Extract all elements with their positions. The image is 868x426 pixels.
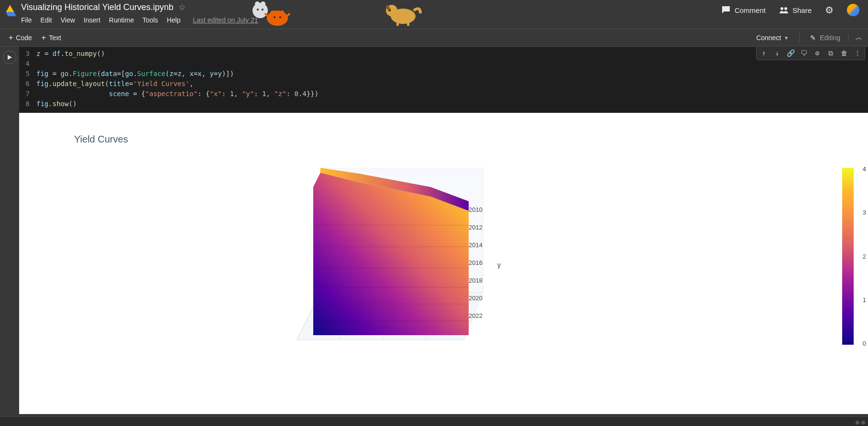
- add-code-button[interactable]: + Code: [4, 32, 37, 44]
- play-icon: [7, 55, 12, 60]
- menu-help[interactable]: Help: [167, 16, 181, 24]
- svg-point-5: [267, 11, 288, 26]
- star-icon[interactable]: ☆: [178, 2, 186, 12]
- cell-output: Yield Curves: [19, 113, 868, 414]
- colorbar-ticks: 4 3 2 1 0: [863, 165, 866, 347]
- surface-plot[interactable]: [287, 168, 488, 345]
- svg-point-16: [784, 7, 787, 10]
- menu-edit[interactable]: Edit: [41, 16, 52, 24]
- people-icon: [779, 5, 789, 15]
- svg-point-4: [262, 9, 264, 11]
- plus-icon: +: [9, 33, 13, 42]
- add-text-button[interactable]: + Text: [37, 32, 66, 44]
- gear-icon[interactable]: ⚙: [811, 47, 824, 59]
- more-icon[interactable]: ⋮: [851, 47, 864, 59]
- y-axis-label: y: [497, 261, 501, 269]
- share-button[interactable]: Share: [779, 5, 812, 15]
- plus-icon: +: [42, 33, 46, 42]
- notebook-title[interactable]: Visualizing Historical Yield Curves.ipyn…: [21, 2, 174, 12]
- status-dots: [856, 421, 865, 425]
- svg-point-3: [257, 9, 259, 11]
- collapse-toolbar-button[interactable]: ︿: [848, 33, 864, 42]
- code-editor[interactable]: z = df.to_numpy() fig = go.Figure(data=[…: [33, 47, 868, 113]
- connect-label: Connect: [756, 34, 781, 42]
- colab-logo-icon[interactable]: [847, 4, 859, 16]
- menu-bar: File Edit View Insert Runtime Tools Help…: [21, 14, 258, 24]
- menu-runtime[interactable]: Runtime: [109, 16, 134, 24]
- menu-view[interactable]: View: [61, 16, 75, 24]
- y-axis-ticks: 2010 2012 2014 2016 2018 2020 2022: [469, 206, 483, 330]
- chart-title: Yield Curves: [74, 134, 128, 145]
- pencil-icon: ✎: [810, 34, 816, 42]
- svg-point-1: [255, 1, 260, 6]
- divider: [799, 33, 800, 43]
- colorbar[interactable]: [842, 168, 854, 345]
- notebook-toolbar: + Code + Text Connect ▼ ✎ Editing ︿: [0, 29, 868, 47]
- svg-point-0: [253, 3, 268, 18]
- move-down-icon[interactable]: ↓: [771, 47, 783, 59]
- code-cell[interactable]: 3 4 5 6 7 8 z = df.to_numpy() fig = go.F…: [0, 47, 868, 113]
- svg-point-12: [389, 10, 391, 11]
- run-cell-button[interactable]: [3, 51, 16, 64]
- collaborator-critter-1: [249, 0, 292, 28]
- comment-icon: [721, 5, 731, 15]
- app-header: Visualizing Historical Yield Curves.ipyn…: [0, 0, 868, 29]
- menu-tools[interactable]: Tools: [143, 16, 158, 24]
- line-numbers: 3 4 5 6 7 8: [19, 47, 33, 113]
- link-icon[interactable]: 🔗: [784, 47, 797, 59]
- comment-button[interactable]: Comment: [721, 5, 766, 15]
- svg-point-7: [280, 11, 284, 14]
- add-code-label: Code: [16, 34, 32, 42]
- svg-point-9: [279, 16, 281, 18]
- comment-icon[interactable]: 🗨: [798, 47, 810, 59]
- editing-label: Editing: [820, 34, 840, 42]
- svg-point-15: [780, 7, 783, 10]
- notebook-area: 3 4 5 6 7 8 z = df.to_numpy() fig = go.F…: [0, 47, 868, 414]
- share-label: Share: [792, 6, 812, 14]
- svg-point-2: [261, 1, 265, 6]
- svg-point-6: [271, 11, 275, 14]
- move-up-icon[interactable]: ↑: [758, 47, 770, 59]
- mirror-icon[interactable]: ⧉: [824, 47, 837, 59]
- add-text-label: Text: [49, 34, 61, 42]
- cell-action-toolbar: ↑ ↓ 🔗 🗨 ⚙ ⧉ 🗑 ⋮: [756, 46, 865, 60]
- chevron-down-icon: ▼: [784, 35, 789, 41]
- menu-file[interactable]: File: [21, 16, 32, 24]
- chevron-up-icon: ︿: [856, 33, 862, 41]
- status-bar: [0, 416, 868, 426]
- drive-icon: [4, 4, 16, 17]
- svg-rect-14: [407, 21, 409, 26]
- connect-button[interactable]: Connect ▼: [751, 32, 793, 44]
- collaborator-critter-2: [380, 0, 423, 28]
- menu-insert[interactable]: Insert: [84, 16, 100, 24]
- comment-label: Comment: [735, 6, 766, 14]
- delete-icon[interactable]: 🗑: [838, 47, 850, 59]
- settings-icon[interactable]: ⚙: [825, 4, 834, 16]
- svg-rect-13: [396, 21, 399, 26]
- svg-point-8: [274, 16, 275, 18]
- editing-mode-button[interactable]: ✎ Editing: [805, 32, 845, 44]
